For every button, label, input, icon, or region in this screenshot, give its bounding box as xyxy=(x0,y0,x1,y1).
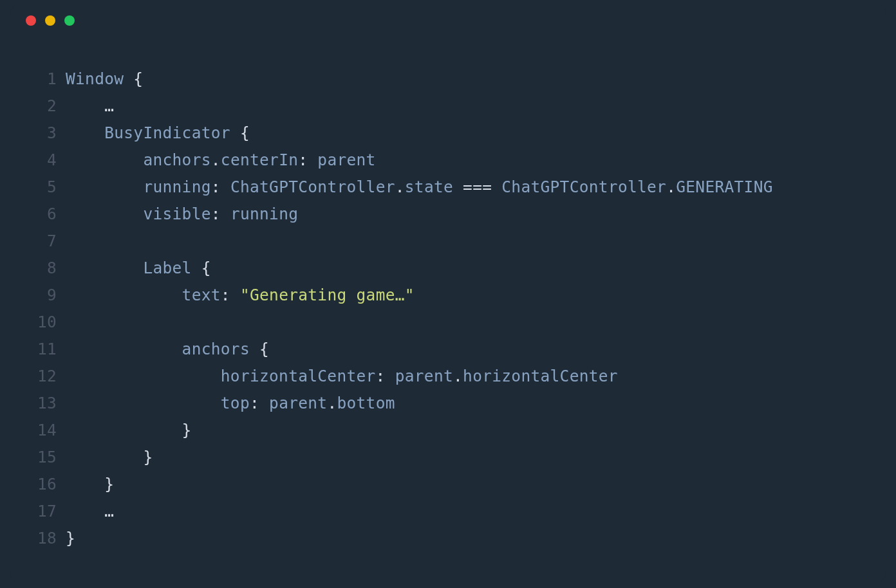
code-content: Window { xyxy=(57,66,143,93)
code-content: running: ChatGPTController.state === Cha… xyxy=(57,174,773,201)
code-line: 2 … xyxy=(26,93,870,120)
line-number: 14 xyxy=(26,417,57,444)
line-number: 7 xyxy=(26,228,57,255)
code-content: } xyxy=(57,471,114,498)
code-content: Label { xyxy=(57,255,211,282)
code-content: anchors { xyxy=(57,336,269,363)
minimize-icon[interactable] xyxy=(45,15,55,26)
line-number: 8 xyxy=(26,255,57,282)
code-line: 13 top: parent.bottom xyxy=(26,390,870,417)
code-line: 5 running: ChatGPTController.state === C… xyxy=(26,174,870,201)
code-line: 4 anchors.centerIn: parent xyxy=(26,147,870,174)
line-number: 18 xyxy=(26,525,57,552)
code-line: 18 } xyxy=(26,525,870,552)
code-line: 7 xyxy=(26,228,870,255)
line-number: 5 xyxy=(26,174,57,201)
code-line: 17 … xyxy=(26,498,870,525)
line-number: 12 xyxy=(26,363,57,390)
code-area[interactable]: 1 Window { 2 … 3 BusyIndicator { 4 ancho… xyxy=(10,36,886,567)
line-number: 11 xyxy=(26,336,57,363)
line-number: 4 xyxy=(26,147,57,174)
line-number: 17 xyxy=(26,498,57,525)
code-line: 12 horizontalCenter: parent.horizontalCe… xyxy=(26,363,870,390)
line-number: 1 xyxy=(26,66,57,93)
line-number: 3 xyxy=(26,120,57,147)
close-icon[interactable] xyxy=(26,15,36,26)
code-content: } xyxy=(57,444,153,471)
code-line: 1 Window { xyxy=(26,66,870,93)
line-number: 16 xyxy=(26,471,57,498)
code-content: } xyxy=(57,525,75,552)
code-line: 14 } xyxy=(26,417,870,444)
code-content: } xyxy=(57,417,192,444)
code-line: 15 } xyxy=(26,444,870,471)
code-line: 6 visible: running xyxy=(26,201,870,228)
line-number: 6 xyxy=(26,201,57,228)
line-number: 15 xyxy=(26,444,57,471)
line-number: 2 xyxy=(26,93,57,120)
code-line: 3 BusyIndicator { xyxy=(26,120,870,147)
code-content: … xyxy=(57,93,114,120)
line-number: 9 xyxy=(26,282,57,309)
code-content: text: "Generating game…" xyxy=(57,282,415,309)
code-content: top: parent.bottom xyxy=(57,390,395,417)
code-line: 10 xyxy=(26,309,870,336)
title-bar xyxy=(10,5,886,36)
code-line: 9 text: "Generating game…" xyxy=(26,282,870,309)
code-line: 11 anchors { xyxy=(26,336,870,363)
editor-window: 1 Window { 2 … 3 BusyIndicator { 4 ancho… xyxy=(10,5,886,582)
code-content: BusyIndicator { xyxy=(57,120,250,147)
code-content: … xyxy=(57,498,114,525)
zoom-icon[interactable] xyxy=(64,15,75,26)
code-content: anchors.centerIn: parent xyxy=(57,147,376,174)
code-content: visible: running xyxy=(57,201,298,228)
code-line: 8 Label { xyxy=(26,255,870,282)
line-number: 13 xyxy=(26,390,57,417)
code-content: horizontalCenter: parent.horizontalCente… xyxy=(57,363,618,390)
line-number: 10 xyxy=(26,309,57,336)
code-line: 16 } xyxy=(26,471,870,498)
